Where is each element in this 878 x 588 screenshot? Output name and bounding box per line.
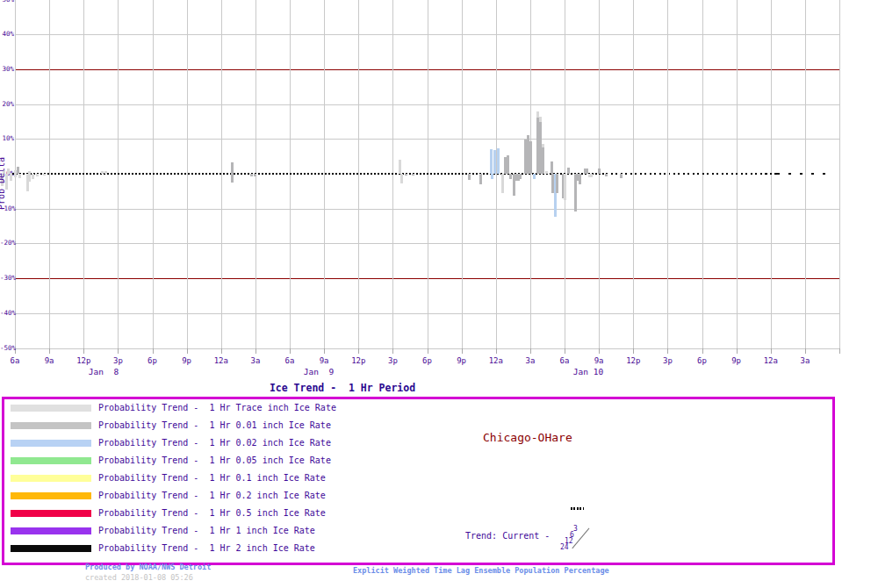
x-tick-label: 9p bbox=[731, 356, 741, 365]
v-gridline bbox=[358, 0, 359, 349]
v-gridline bbox=[187, 0, 188, 349]
zero-line bbox=[606, 173, 777, 175]
legend-swatch bbox=[11, 440, 91, 447]
trend-current-line-sample bbox=[571, 507, 584, 510]
x-axis-tick bbox=[839, 348, 840, 354]
chart-title: Ice Trend - 1 Hr Period bbox=[270, 382, 415, 394]
x-axis-tick bbox=[530, 348, 531, 354]
v-gridline bbox=[839, 0, 840, 349]
prob-delta-bar bbox=[250, 174, 253, 176]
x-tick-label: 12a bbox=[764, 356, 778, 365]
x-tick-label: 9a bbox=[594, 356, 604, 365]
x-tick-label: 3p bbox=[388, 356, 398, 365]
prob-delta-bar bbox=[501, 174, 504, 193]
legend-swatch bbox=[11, 457, 91, 464]
v-gridline bbox=[290, 0, 291, 349]
ice-trend-chart-page: 50%40%30%20%10%0%-10%-20%-30%-40%-50%6a9… bbox=[0, 0, 878, 588]
prob-delta-bar bbox=[497, 148, 500, 174]
x-date-label: Jan 8 bbox=[89, 367, 119, 376]
prob-delta-bar bbox=[620, 174, 623, 178]
v-gridline bbox=[83, 0, 84, 349]
footer-caption: Explicit Weighted Time Lag Ensemble Popu… bbox=[353, 566, 609, 575]
x-tick-label: 6p bbox=[422, 356, 432, 365]
x-axis-tick bbox=[462, 348, 463, 354]
legend-swatch bbox=[11, 405, 91, 412]
prob-delta-bar bbox=[590, 174, 593, 177]
legend-swatch bbox=[11, 545, 91, 552]
x-axis-tick bbox=[771, 348, 772, 354]
v-gridline bbox=[324, 0, 325, 349]
x-axis-tick bbox=[599, 348, 600, 354]
prob-delta-bar bbox=[545, 171, 548, 174]
legend-label: Probability Trend - 1 Hr 0.5 inch Ice Ra… bbox=[98, 508, 326, 518]
x-date-label: Jan 9 bbox=[304, 367, 334, 376]
x-tick-label: 6a bbox=[560, 356, 570, 365]
v-gridline bbox=[667, 0, 668, 349]
y-tick-label: 30% bbox=[0, 66, 14, 73]
legend-label: Probability Trend - 1 Hr 0.05 inch Ice R… bbox=[98, 455, 331, 465]
prob-delta-bar bbox=[231, 162, 234, 183]
prob-delta-bar bbox=[104, 171, 107, 174]
x-tick-label: 9p bbox=[457, 356, 466, 365]
legend-swatch bbox=[11, 492, 91, 499]
x-axis-tick bbox=[290, 348, 291, 354]
prob-delta-bar bbox=[400, 174, 403, 183]
x-tick-label: 6a bbox=[11, 356, 20, 365]
x-axis-tick bbox=[83, 348, 84, 354]
x-axis-tick bbox=[737, 348, 738, 354]
legend-label: Probability Trend - 1 Hr 0.01 inch Ice R… bbox=[98, 420, 331, 430]
x-tick-label: 12p bbox=[626, 356, 640, 365]
legend-swatch bbox=[11, 527, 91, 534]
x-tick-label: 3p bbox=[113, 356, 123, 365]
x-tick-label: 3a bbox=[800, 356, 810, 365]
prob-delta-bar bbox=[605, 174, 608, 176]
v-gridline bbox=[633, 0, 634, 349]
v-gridline bbox=[392, 0, 393, 349]
prob-delta-bar bbox=[399, 160, 401, 174]
x-tick-label: 6p bbox=[148, 356, 157, 365]
x-tick-label: 12p bbox=[76, 356, 90, 365]
x-axis-tick bbox=[392, 348, 393, 354]
x-axis-tick bbox=[428, 348, 428, 354]
v-gridline bbox=[771, 0, 772, 349]
legend-label: Probability Trend - 1 Hr 0.2 inch Ice Ra… bbox=[98, 491, 326, 500]
y-tick-label: 10% bbox=[0, 135, 14, 142]
prob-delta-bar bbox=[529, 141, 532, 174]
prob-delta-bar bbox=[509, 174, 512, 179]
prob-delta-bar bbox=[405, 174, 407, 176]
v-gridline bbox=[496, 0, 497, 349]
legend-swatch bbox=[11, 422, 91, 429]
x-axis-tick bbox=[255, 348, 256, 354]
trend-label: Trend: Current - bbox=[465, 531, 555, 541]
prob-delta-bar bbox=[533, 174, 536, 179]
y-tick-label: -30% bbox=[0, 275, 14, 282]
v-gridline bbox=[462, 0, 463, 349]
v-gridline bbox=[599, 0, 600, 349]
prob-delta-bar bbox=[101, 171, 104, 174]
x-tick-label: 9p bbox=[182, 356, 191, 365]
x-tick-label: 6p bbox=[697, 356, 707, 365]
prob-delta-bar bbox=[519, 174, 522, 179]
trend-hour-label: 24 bbox=[560, 544, 569, 551]
legend-label: Probability Trend - 1 Hr 2 inch Ice Rate bbox=[98, 543, 315, 553]
v-gridline bbox=[428, 0, 428, 349]
created-timestamp: created 2018-01-08 05:26 bbox=[85, 573, 193, 582]
x-axis-tick bbox=[118, 348, 119, 354]
legend-label: Probability Trend - 1 Hr 1 inch Ice Rate bbox=[98, 526, 315, 535]
y-tick-label: -50% bbox=[0, 345, 14, 352]
x-tick-label: 12a bbox=[489, 356, 503, 365]
x-tick-label: 6a bbox=[285, 356, 295, 365]
v-gridline bbox=[805, 0, 806, 349]
y-tick-label: 50% bbox=[0, 0, 14, 4]
produced-by-credit: Produced by NOAA/NWS Detroit bbox=[85, 563, 211, 571]
y-tick-label: 20% bbox=[0, 101, 14, 108]
y-tick-label: 40% bbox=[0, 31, 14, 38]
x-axis-tick bbox=[221, 348, 222, 354]
legend-box: Probability Trend - 1 Hr Trace inch Ice … bbox=[2, 397, 835, 565]
prob-delta-bar bbox=[468, 174, 471, 180]
prob-delta-bar bbox=[412, 174, 414, 176]
x-tick-label: 9a bbox=[45, 356, 54, 365]
y-axis-title: Prob Delta bbox=[0, 156, 51, 211]
v-gridline bbox=[530, 0, 531, 349]
prob-delta-bar bbox=[579, 174, 581, 184]
